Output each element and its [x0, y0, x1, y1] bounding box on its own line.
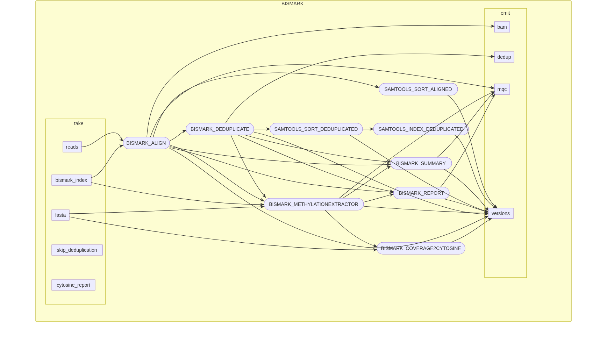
- cluster-emit: [485, 8, 527, 278]
- svg-text:dedup: dedup: [498, 54, 511, 60]
- svg-text:fasta: fasta: [55, 212, 66, 218]
- node-skip-deduplication[interactable]: skip_deduplication: [52, 245, 102, 255]
- svg-text:reads: reads: [66, 144, 78, 150]
- svg-text:BISMARK_ALIGN: BISMARK_ALIGN: [127, 140, 166, 146]
- node-versions[interactable]: versions: [488, 208, 513, 219]
- svg-text:versions: versions: [492, 210, 510, 216]
- node-bismark-report[interactable]: BISMARK_REPORT: [393, 187, 449, 199]
- node-bismark-index[interactable]: bismark_index: [52, 175, 91, 185]
- node-mqc[interactable]: mqc: [494, 84, 510, 94]
- svg-text:bam: bam: [497, 24, 507, 30]
- svg-text:BISMARK_DEDUPLICATE: BISMARK_DEDUPLICATE: [191, 126, 249, 132]
- svg-text:BISMARK_REPORT: BISMARK_REPORT: [399, 190, 444, 196]
- node-fasta[interactable]: fasta: [52, 210, 69, 220]
- svg-text:BISMARK_METHYLATIONEXTRACTOR: BISMARK_METHYLATIONEXTRACTOR: [269, 201, 358, 207]
- cluster-emit-label: emit: [501, 10, 510, 16]
- node-samtools-index-deduplicated[interactable]: SAMTOOLS_INDEX_DEDUPLICATED: [373, 123, 469, 135]
- node-bismark-coverage2cytosine[interactable]: BISMARK_COVERAGE2CYTOSINE: [377, 242, 465, 254]
- cluster-take-label: take: [74, 121, 84, 126]
- node-bam[interactable]: bam: [494, 22, 510, 32]
- svg-text:SAMTOOLS_INDEX_DEDUPLICATED: SAMTOOLS_INDEX_DEDUPLICATED: [379, 126, 464, 132]
- svg-text:cytosine_report: cytosine_report: [57, 282, 90, 288]
- node-samtools-sort-aligned[interactable]: SAMTOOLS_SORT_ALIGNED: [379, 83, 458, 95]
- node-bismark-summary[interactable]: BISMARK_SUMMARY: [391, 157, 452, 169]
- svg-text:BISMARK_COVERAGE2CYTOSINE: BISMARK_COVERAGE2CYTOSINE: [381, 245, 461, 251]
- svg-text:SAMTOOLS_SORT_DEDUPLICATED: SAMTOOLS_SORT_DEDUPLICATED: [274, 126, 358, 132]
- svg-text:mqc: mqc: [498, 86, 507, 92]
- node-dedup[interactable]: dedup: [494, 52, 514, 62]
- diagram-title: BISMARK: [281, 1, 304, 6]
- node-bismark-deduplicate[interactable]: BISMARK_DEDUPLICATE: [186, 123, 254, 135]
- svg-text:skip_deduplication: skip_deduplication: [57, 247, 97, 253]
- node-bismark-methylationextractor[interactable]: BISMARK_METHYLATIONEXTRACTOR: [264, 198, 364, 210]
- svg-text:SAMTOOLS_SORT_ALIGNED: SAMTOOLS_SORT_ALIGNED: [384, 86, 452, 92]
- node-bismark-align[interactable]: BISMARK_ALIGN: [123, 137, 170, 149]
- svg-text:bismark_index: bismark_index: [56, 177, 87, 183]
- node-cytosine-report[interactable]: cytosine_report: [52, 280, 95, 290]
- diagram-canvas: BISMARK take emit reads bismark_index fa…: [35, 0, 572, 322]
- node-reads[interactable]: reads: [63, 142, 81, 152]
- node-samtools-sort-deduplicated[interactable]: SAMTOOLS_SORT_DEDUPLICATED: [270, 123, 363, 135]
- svg-text:BISMARK_SUMMARY: BISMARK_SUMMARY: [396, 160, 446, 166]
